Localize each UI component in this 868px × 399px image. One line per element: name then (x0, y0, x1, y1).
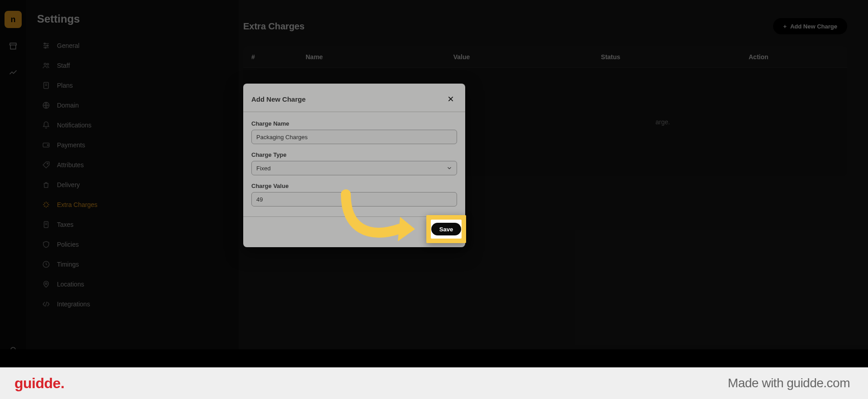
guidde-tagline: Made with guidde.com (728, 376, 850, 390)
tutorial-arrow (335, 185, 425, 258)
modal-close-button[interactable] (445, 94, 456, 104)
close-icon (447, 95, 454, 103)
save-button[interactable]: Save (431, 223, 461, 235)
modal-header: Add New Charge (243, 84, 465, 112)
charge-type-label: Charge Type (251, 151, 457, 158)
charge-name-input[interactable] (251, 130, 457, 144)
charge-type-select[interactable] (251, 161, 457, 175)
branding-bar: guidde. Made with guidde.com (0, 367, 868, 399)
modal-title: Add New Charge (251, 95, 306, 103)
field-charge-type: Charge Type (251, 151, 457, 175)
charge-name-label: Charge Name (251, 120, 457, 127)
tutorial-highlight-box: Save (426, 215, 466, 243)
field-charge-name: Charge Name (251, 120, 457, 144)
bottom-black-strip (0, 349, 868, 367)
guidde-logo: guidde. (14, 375, 64, 392)
svg-marker-24 (398, 217, 415, 241)
charge-type-value[interactable] (251, 161, 457, 175)
highlight-inner: Save (431, 220, 462, 239)
